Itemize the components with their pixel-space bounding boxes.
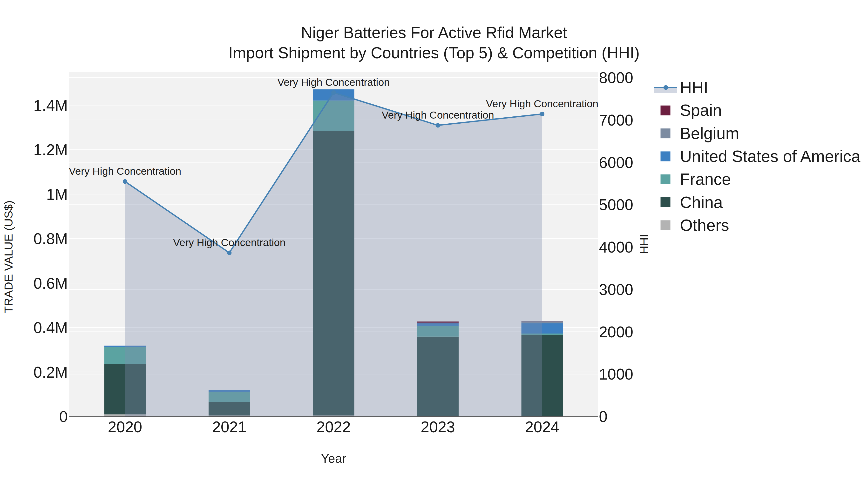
svg-text:1000: 1000 — [599, 365, 633, 383]
svg-text:7000: 7000 — [599, 111, 633, 129]
svg-text:Others: Others — [680, 216, 729, 234]
svg-text:0.2M: 0.2M — [33, 364, 68, 381]
svg-text:4000: 4000 — [599, 238, 633, 256]
svg-text:Very High Concentration: Very High Concentration — [277, 76, 390, 88]
svg-text:Spain: Spain — [680, 101, 722, 119]
svg-text:TRADE VALUE (US$): TRADE VALUE (US$) — [2, 200, 15, 314]
svg-text:3000: 3000 — [599, 281, 633, 298]
svg-text:1.2M: 1.2M — [33, 141, 68, 159]
svg-text:5000: 5000 — [599, 196, 633, 214]
svg-text:0: 0 — [59, 408, 68, 425]
svg-text:2020: 2020 — [108, 418, 142, 436]
svg-text:6000: 6000 — [599, 154, 633, 171]
svg-text:2022: 2022 — [316, 418, 350, 436]
svg-text:Very High Concentration: Very High Concentration — [486, 98, 598, 109]
svg-text:Belgium: Belgium — [680, 124, 739, 142]
svg-text:0.8M: 0.8M — [33, 230, 68, 248]
svg-text:0: 0 — [599, 408, 608, 425]
svg-text:Very High Concentration: Very High Concentration — [173, 237, 285, 248]
svg-text:Very High Concentration: Very High Concentration — [69, 165, 181, 177]
svg-text:1M: 1M — [46, 186, 68, 203]
svg-text:2000: 2000 — [599, 323, 633, 341]
svg-text:2023: 2023 — [421, 418, 455, 436]
svg-text:0.6M: 0.6M — [33, 275, 68, 292]
svg-text:France: France — [680, 170, 731, 188]
svg-text:8000: 8000 — [599, 69, 633, 87]
svg-text:Import Shipment by Countries (: Import Shipment by Countries (Top 5) & C… — [228, 44, 640, 62]
svg-text:HHI: HHI — [680, 78, 708, 96]
svg-text:Very High Concentration: Very High Concentration — [382, 109, 494, 121]
svg-text:2024: 2024 — [525, 418, 559, 436]
svg-text:1.4M: 1.4M — [33, 97, 68, 114]
svg-text:HHI: HHI — [638, 234, 651, 254]
svg-text:Year: Year — [321, 451, 346, 465]
svg-text:2021: 2021 — [212, 418, 246, 436]
svg-text:United States of America: United States of America — [680, 147, 861, 165]
svg-text:0.4M: 0.4M — [33, 319, 68, 336]
svg-text:China: China — [680, 193, 723, 212]
svg-text:Niger Batteries For Active Rfi: Niger Batteries For Active Rfid Market — [301, 24, 567, 41]
